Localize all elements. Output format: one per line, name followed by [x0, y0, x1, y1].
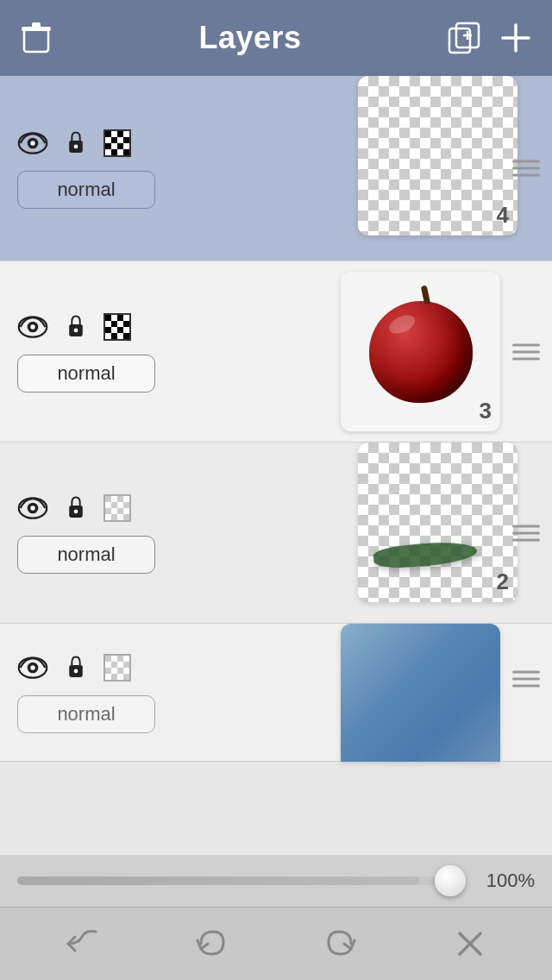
layer-row-3[interactable]: normal 3: [0, 261, 552, 443]
redo-button[interactable]: [315, 918, 367, 970]
layer-3-icons: [17, 311, 155, 342]
layer-4-number: 4: [497, 202, 509, 229]
layer-2-icons: [17, 493, 155, 524]
opacity-slider-track[interactable]: [17, 876, 464, 885]
svg-point-26: [74, 509, 78, 513]
svg-point-16: [74, 145, 78, 149]
duplicate-button[interactable]: [445, 19, 483, 57]
layer-2-number: 2: [497, 569, 509, 595]
opacity-value: 100%: [474, 870, 535, 892]
layer-4-blend-mode[interactable]: normal: [17, 171, 155, 209]
layer-1-controls: normal: [17, 652, 155, 733]
header-actions: [445, 19, 535, 57]
layer-3-drag-handle[interactable]: [512, 343, 540, 360]
layer-4-thumbnail: 4: [358, 76, 518, 236]
layer-3-lock-toggle[interactable]: [64, 315, 88, 339]
layer-2-controls: normal: [17, 493, 155, 574]
header: Layers: [0, 0, 552, 76]
layer-4-controls: normal: [17, 128, 155, 209]
layer-row-4[interactable]: normal 4: [0, 76, 552, 261]
layer-4-drag-handle[interactable]: [512, 160, 540, 177]
add-layer-button[interactable]: [497, 19, 535, 57]
opacity-slider-thumb[interactable]: [435, 865, 466, 896]
svg-point-31: [74, 669, 78, 673]
layer-2-thumbnail: 2: [358, 443, 518, 602]
delete-button[interactable]: [17, 19, 55, 57]
page-title: Layers: [198, 20, 301, 56]
layer-2-blend-mode[interactable]: normal: [17, 536, 155, 574]
layer-3-number: 3: [480, 398, 492, 424]
toolbar: [0, 907, 552, 980]
layer-1-alpha-toggle[interactable]: [104, 654, 131, 682]
layer-1-lock-toggle[interactable]: [64, 656, 88, 680]
layer-3-thumbnail: 3: [341, 272, 500, 431]
layer-1-icons: [17, 652, 155, 683]
layer-4-alpha-toggle[interactable]: [104, 129, 131, 157]
back-button[interactable]: [56, 918, 108, 970]
layer-2-drag-handle[interactable]: [512, 525, 540, 541]
close-button[interactable]: [444, 918, 496, 970]
layer-4-icons: [17, 128, 155, 159]
layer-2-lock-toggle[interactable]: [64, 496, 88, 520]
svg-point-19: [30, 324, 34, 329]
opacity-bar: 100%: [0, 855, 552, 907]
layer-1-thumbnail: [341, 624, 500, 762]
layer-3-visibility-toggle[interactable]: [17, 311, 48, 342]
layer-4-visibility-toggle[interactable]: [17, 128, 48, 159]
layer-4-lock-toggle[interactable]: [64, 131, 88, 155]
layer-row-2[interactable]: normal 2: [0, 443, 552, 624]
svg-point-21: [74, 328, 78, 332]
layer-row-1[interactable]: normal: [0, 624, 552, 762]
layer-1-drag-handle[interactable]: [512, 670, 540, 687]
layer-2-alpha-toggle[interactable]: [104, 494, 131, 522]
layer-3-controls: normal: [17, 311, 155, 393]
layer-2-visibility-toggle[interactable]: [17, 493, 48, 524]
layer-1-visibility-toggle[interactable]: [17, 652, 48, 683]
undo-button[interactable]: [185, 918, 237, 970]
layer-3-alpha-toggle[interactable]: [104, 313, 131, 341]
layer-3-blend-mode[interactable]: normal: [17, 355, 155, 393]
svg-point-24: [30, 506, 34, 510]
svg-rect-2: [32, 22, 41, 28]
layer-1-blend-mode[interactable]: normal: [17, 695, 155, 733]
svg-point-29: [30, 665, 34, 669]
svg-point-14: [30, 141, 34, 145]
